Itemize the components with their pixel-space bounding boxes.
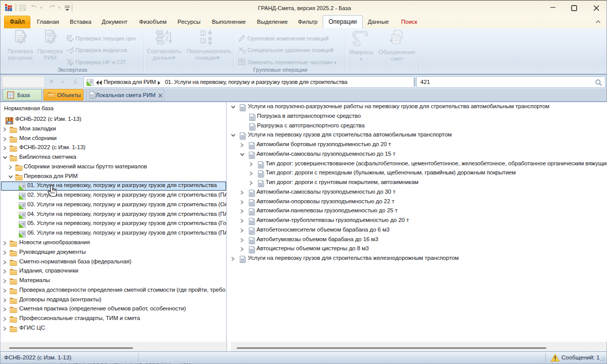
svg-text:1: 1 xyxy=(202,31,205,36)
svg-text:A: A xyxy=(165,30,169,36)
svg-text:x: x xyxy=(242,62,244,65)
svg-text:2: 2 xyxy=(202,38,205,43)
svg-text:Z: Z xyxy=(165,36,168,41)
